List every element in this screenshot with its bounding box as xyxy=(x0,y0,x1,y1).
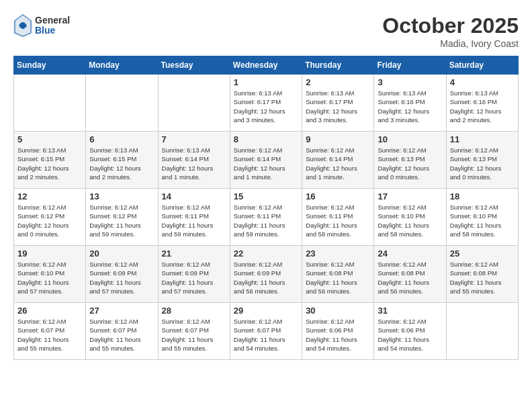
day-number: 1 xyxy=(234,77,298,87)
weekday-header-friday: Friday xyxy=(374,56,446,75)
weekday-header-wednesday: Wednesday xyxy=(230,56,302,75)
calendar-cell xyxy=(86,75,158,132)
logo: General Blue xyxy=(13,13,70,38)
calendar-cell: 22Sunrise: 6:12 AM Sunset: 6:09 PM Dayli… xyxy=(230,246,302,303)
calendar-week-row: 12Sunrise: 6:12 AM Sunset: 6:12 PM Dayli… xyxy=(14,189,519,246)
calendar-week-row: 5Sunrise: 6:13 AM Sunset: 6:15 PM Daylig… xyxy=(14,132,519,189)
calendar-cell: 23Sunrise: 6:12 AM Sunset: 6:08 PM Dayli… xyxy=(302,246,374,303)
day-number: 14 xyxy=(162,191,226,201)
day-number: 4 xyxy=(450,77,515,87)
calendar-cell: 4Sunrise: 6:13 AM Sunset: 6:16 PM Daylig… xyxy=(446,75,518,132)
day-number: 27 xyxy=(89,306,154,316)
day-info: Sunrise: 6:13 AM Sunset: 6:17 PM Dayligh… xyxy=(306,89,370,124)
logo-general-text: General xyxy=(35,15,70,26)
calendar-cell: 27Sunrise: 6:12 AM Sunset: 6:07 PM Dayli… xyxy=(86,303,158,360)
day-info: Sunrise: 6:13 AM Sunset: 6:15 PM Dayligh… xyxy=(89,146,154,181)
calendar-cell: 13Sunrise: 6:12 AM Sunset: 6:12 PM Dayli… xyxy=(86,189,158,246)
calendar-cell: 10Sunrise: 6:12 AM Sunset: 6:13 PM Dayli… xyxy=(374,132,446,189)
calendar-cell: 5Sunrise: 6:13 AM Sunset: 6:15 PM Daylig… xyxy=(14,132,86,189)
day-info: Sunrise: 6:12 AM Sunset: 6:08 PM Dayligh… xyxy=(450,260,515,295)
day-info: Sunrise: 6:12 AM Sunset: 6:06 PM Dayligh… xyxy=(306,317,370,353)
calendar-week-row: 19Sunrise: 6:12 AM Sunset: 6:10 PM Dayli… xyxy=(14,246,519,303)
calendar-cell: 3Sunrise: 6:13 AM Sunset: 6:16 PM Daylig… xyxy=(374,75,446,132)
day-number: 5 xyxy=(17,134,82,144)
logo-icon xyxy=(13,13,32,38)
calendar-cell: 21Sunrise: 6:12 AM Sunset: 6:09 PM Dayli… xyxy=(158,246,230,303)
day-info: Sunrise: 6:13 AM Sunset: 6:16 PM Dayligh… xyxy=(450,89,515,124)
calendar-header: SundayMondayTuesdayWednesdayThursdayFrid… xyxy=(14,56,519,75)
day-number: 24 xyxy=(378,248,442,259)
day-info: Sunrise: 6:12 AM Sunset: 6:13 PM Dayligh… xyxy=(450,146,515,181)
day-number: 11 xyxy=(450,134,515,144)
day-number: 30 xyxy=(306,306,370,316)
page-header: General Blue October 2025 Madia, Ivory C… xyxy=(13,13,519,49)
day-info: Sunrise: 6:12 AM Sunset: 6:07 PM Dayligh… xyxy=(162,317,226,353)
day-number: 6 xyxy=(89,134,154,144)
calendar-cell: 25Sunrise: 6:12 AM Sunset: 6:08 PM Dayli… xyxy=(446,246,518,303)
day-info: Sunrise: 6:12 AM Sunset: 6:10 PM Dayligh… xyxy=(450,203,515,238)
calendar-cell: 26Sunrise: 6:12 AM Sunset: 6:07 PM Dayli… xyxy=(14,303,86,360)
day-number: 21 xyxy=(162,248,226,259)
day-info: Sunrise: 6:13 AM Sunset: 6:15 PM Dayligh… xyxy=(17,146,82,181)
calendar-cell: 7Sunrise: 6:13 AM Sunset: 6:14 PM Daylig… xyxy=(158,132,230,189)
day-number: 31 xyxy=(378,306,442,316)
day-number: 13 xyxy=(89,191,154,201)
day-number: 15 xyxy=(234,191,298,201)
day-info: Sunrise: 6:12 AM Sunset: 6:14 PM Dayligh… xyxy=(306,146,370,181)
calendar-body: 1Sunrise: 6:13 AM Sunset: 6:17 PM Daylig… xyxy=(14,75,519,360)
calendar-week-row: 26Sunrise: 6:12 AM Sunset: 6:07 PM Dayli… xyxy=(14,303,519,360)
day-info: Sunrise: 6:12 AM Sunset: 6:08 PM Dayligh… xyxy=(306,260,370,295)
day-info: Sunrise: 6:12 AM Sunset: 6:10 PM Dayligh… xyxy=(378,203,442,238)
day-number: 20 xyxy=(89,248,154,259)
day-number: 2 xyxy=(306,77,370,87)
logo-blue-text: Blue xyxy=(35,26,70,36)
day-info: Sunrise: 6:12 AM Sunset: 6:10 PM Dayligh… xyxy=(17,260,82,295)
day-info: Sunrise: 6:12 AM Sunset: 6:13 PM Dayligh… xyxy=(378,146,442,181)
calendar-cell: 24Sunrise: 6:12 AM Sunset: 6:08 PM Dayli… xyxy=(374,246,446,303)
calendar-cell: 29Sunrise: 6:12 AM Sunset: 6:07 PM Dayli… xyxy=(230,303,302,360)
calendar-week-row: 1Sunrise: 6:13 AM Sunset: 6:17 PM Daylig… xyxy=(14,75,519,132)
calendar-cell: 8Sunrise: 6:12 AM Sunset: 6:14 PM Daylig… xyxy=(230,132,302,189)
day-info: Sunrise: 6:12 AM Sunset: 6:09 PM Dayligh… xyxy=(234,260,298,295)
day-info: Sunrise: 6:13 AM Sunset: 6:14 PM Dayligh… xyxy=(162,146,226,181)
calendar-cell xyxy=(14,75,86,132)
day-number: 28 xyxy=(162,306,226,316)
calendar-cell: 17Sunrise: 6:12 AM Sunset: 6:10 PM Dayli… xyxy=(374,189,446,246)
day-number: 23 xyxy=(306,248,370,259)
day-number: 25 xyxy=(450,248,515,259)
calendar-table: SundayMondayTuesdayWednesdayThursdayFrid… xyxy=(13,56,519,360)
day-info: Sunrise: 6:12 AM Sunset: 6:09 PM Dayligh… xyxy=(89,260,154,295)
day-info: Sunrise: 6:12 AM Sunset: 6:14 PM Dayligh… xyxy=(234,146,298,181)
logo-text: General Blue xyxy=(35,15,70,36)
calendar-cell: 28Sunrise: 6:12 AM Sunset: 6:07 PM Dayli… xyxy=(158,303,230,360)
day-info: Sunrise: 6:13 AM Sunset: 6:16 PM Dayligh… xyxy=(378,89,442,124)
weekday-header-sunday: Sunday xyxy=(14,56,86,75)
calendar-cell: 31Sunrise: 6:12 AM Sunset: 6:06 PM Dayli… xyxy=(374,303,446,360)
weekday-header-monday: Monday xyxy=(86,56,158,75)
weekday-header-row: SundayMondayTuesdayWednesdayThursdayFrid… xyxy=(14,56,519,75)
calendar-cell: 30Sunrise: 6:12 AM Sunset: 6:06 PM Dayli… xyxy=(302,303,374,360)
calendar-cell: 2Sunrise: 6:13 AM Sunset: 6:17 PM Daylig… xyxy=(302,75,374,132)
day-number: 7 xyxy=(162,134,226,144)
day-info: Sunrise: 6:13 AM Sunset: 6:17 PM Dayligh… xyxy=(234,89,298,124)
weekday-header-saturday: Saturday xyxy=(446,56,518,75)
calendar-cell: 12Sunrise: 6:12 AM Sunset: 6:12 PM Dayli… xyxy=(14,189,86,246)
day-number: 18 xyxy=(450,191,515,201)
day-info: Sunrise: 6:12 AM Sunset: 6:07 PM Dayligh… xyxy=(17,317,82,353)
calendar-cell: 14Sunrise: 6:12 AM Sunset: 6:11 PM Dayli… xyxy=(158,189,230,246)
location-subtitle: Madia, Ivory Coast xyxy=(382,38,519,49)
day-number: 26 xyxy=(17,306,82,316)
calendar-cell: 18Sunrise: 6:12 AM Sunset: 6:10 PM Dayli… xyxy=(446,189,518,246)
day-number: 8 xyxy=(234,134,298,144)
day-number: 22 xyxy=(234,248,298,259)
day-number: 9 xyxy=(306,134,370,144)
day-info: Sunrise: 6:12 AM Sunset: 6:07 PM Dayligh… xyxy=(89,317,154,353)
day-info: Sunrise: 6:12 AM Sunset: 6:06 PM Dayligh… xyxy=(378,317,442,353)
calendar-cell: 6Sunrise: 6:13 AM Sunset: 6:15 PM Daylig… xyxy=(86,132,158,189)
day-info: Sunrise: 6:12 AM Sunset: 6:12 PM Dayligh… xyxy=(17,203,82,238)
weekday-header-thursday: Thursday xyxy=(302,56,374,75)
day-number: 17 xyxy=(378,191,442,201)
calendar-cell xyxy=(446,303,518,360)
calendar-cell: 19Sunrise: 6:12 AM Sunset: 6:10 PM Dayli… xyxy=(14,246,86,303)
title-block: October 2025 Madia, Ivory Coast xyxy=(382,13,519,49)
